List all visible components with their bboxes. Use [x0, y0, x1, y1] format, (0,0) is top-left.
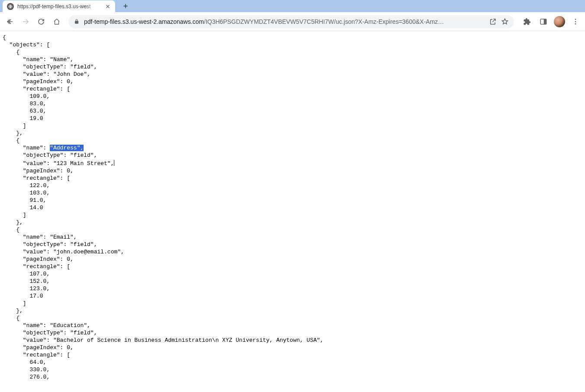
reload-button[interactable]	[35, 15, 48, 28]
json-text[interactable]: { "objects": [ { "name": "Name", "object…	[0, 31, 585, 392]
url-path: /IQ3H6PSGDZWYMDZT4VBEVW5V7C5RHI7W/uc.jso…	[204, 18, 444, 25]
text-selection: "Address",	[50, 145, 84, 151]
svg-point-4	[575, 21, 576, 22]
globe-icon	[7, 3, 14, 10]
svg-rect-2	[544, 19, 546, 24]
lock-icon	[74, 19, 80, 25]
text-cursor	[114, 160, 114, 166]
back-button[interactable]	[3, 15, 16, 28]
url-text: pdf-temp-files.s3.us-west-2.amazonaws.co…	[84, 18, 485, 25]
toolbar-right-icons	[521, 16, 582, 28]
new-tab-button[interactable]	[120, 1, 132, 11]
tab-title: https://pdf-temp-files.s3.us-west	[17, 3, 101, 10]
browser-tab[interactable]: https://pdf-temp-files.s3.us-west	[3, 0, 115, 12]
page-content[interactable]: { "objects": [ { "name": "Name", "object…	[0, 31, 585, 392]
svg-point-3	[575, 19, 576, 20]
url-host: pdf-temp-files.s3.us-west-2.amazonaws.co…	[84, 18, 204, 25]
address-bar[interactable]: pdf-temp-files.s3.us-west-2.amazonaws.co…	[68, 15, 514, 28]
svg-point-5	[575, 23, 576, 24]
extensions-icon[interactable]	[521, 16, 533, 28]
tab-strip: https://pdf-temp-files.s3.us-west	[0, 0, 585, 12]
kebab-menu-icon[interactable]	[569, 16, 582, 28]
share-icon[interactable]	[489, 18, 497, 26]
home-button[interactable]	[50, 15, 63, 28]
browser-toolbar: pdf-temp-files.s3.us-west-2.amazonaws.co…	[0, 12, 585, 31]
profile-avatar[interactable]	[554, 16, 565, 27]
bookmark-star-icon[interactable]	[501, 18, 509, 26]
close-tab-icon[interactable]	[105, 3, 111, 10]
forward-button[interactable]	[19, 15, 32, 28]
side-panel-icon[interactable]	[537, 16, 549, 28]
